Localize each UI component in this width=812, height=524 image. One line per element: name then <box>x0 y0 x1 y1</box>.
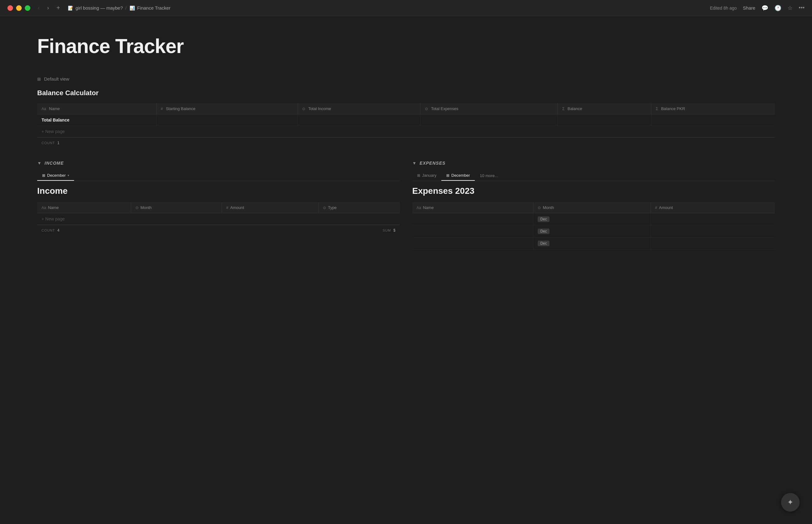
expense-row-2-amount <box>650 225 775 238</box>
titlebar-right: Edited 8h ago Share 💬 🕐 ☆ ••• <box>710 5 805 12</box>
income-footer: COUNT 4 SUM $ <box>37 225 400 236</box>
cell-starting-balance <box>156 114 298 126</box>
income-new-page-cell: + New page <box>37 213 400 225</box>
breadcrumb-current-item[interactable]: 📊 Finance Tracker <box>129 5 170 11</box>
col-starting-balance: # Starting Balance <box>156 103 298 114</box>
breadcrumb-parent-label: girl bossing — maybe? <box>75 5 123 11</box>
more-options-button[interactable]: ••• <box>799 5 805 11</box>
cell-balance-pkr <box>651 114 775 126</box>
balance-count-label: COUNT <box>41 141 55 145</box>
expense-row-1-name <box>412 213 534 225</box>
cell-total-income <box>298 114 421 126</box>
new-page-row[interactable]: + New page <box>37 126 775 137</box>
col-total-expenses: ⊙ Total Expenses <box>421 103 558 114</box>
balance-calculator-title: Balance Calculator <box>37 89 775 97</box>
total-expenses-col-icon: ⊙ <box>425 107 428 111</box>
back-button[interactable]: ‹ <box>35 3 42 12</box>
table-row[interactable]: Total Balance <box>37 114 775 126</box>
col-starting-balance-label: Starting Balance <box>166 107 195 111</box>
tab-chevron-december-income: ▾ <box>68 174 69 177</box>
minimize-button[interactable] <box>16 5 22 11</box>
view-label-text: Default view <box>44 76 69 82</box>
col-total-income-label: Total Income <box>308 107 331 111</box>
total-income-col-icon: ⊙ <box>302 107 305 111</box>
tab-january-expenses[interactable]: ⊞ January <box>412 170 441 181</box>
add-page-button[interactable]: + <box>54 3 63 13</box>
col-name: Aa Name <box>37 103 156 114</box>
tab-december-expenses[interactable]: ⊞ December <box>441 170 475 181</box>
share-button[interactable]: Share <box>743 5 755 11</box>
expenses-col-name: AaName <box>412 202 534 213</box>
main-content: Finance Tracker ⊞ Default view Balance C… <box>0 16 812 524</box>
income-col-amount: #Amount <box>222 202 319 213</box>
income-sum-value: $ <box>393 228 395 232</box>
col-name-label: Name <box>49 107 60 111</box>
income-col-month: ⊙Month <box>131 202 222 213</box>
col-balance-pkr-label: Balance PKR <box>661 107 685 111</box>
table-row[interactable]: Dec <box>412 225 775 238</box>
expense-row-2-name <box>412 225 534 238</box>
income-section: ▼ INCOME ⊞ December ▾ Income AaName <box>37 161 400 250</box>
expense-row-3-month: Dec <box>534 238 650 250</box>
income-tab-bar: ⊞ December ▾ <box>37 170 400 181</box>
expense-row-2-month: Dec <box>534 225 650 238</box>
table-row[interactable]: Dec <box>412 238 775 250</box>
tab-icon-january: ⊞ <box>417 173 420 178</box>
income-count-label: COUNT <box>41 229 55 232</box>
help-button[interactable]: ✦ <box>781 493 800 512</box>
breadcrumb-separator: / <box>125 5 126 11</box>
income-new-page-row[interactable]: + New page <box>37 213 400 225</box>
expense-row-1-amount <box>650 213 775 225</box>
balance-calculator-section: Balance Calculator Aa Name # Starting Ba… <box>37 89 775 148</box>
balance-pkr-col-icon: Σ <box>656 107 658 111</box>
expenses-section-header: ▼ EXPENSES <box>412 161 775 166</box>
expenses-table-title: Expenses 2023 <box>412 186 775 196</box>
expenses-section: ▼ EXPENSES ⊞ January ⊞ December 10 more.… <box>412 161 775 250</box>
income-section-header: ▼ INCOME <box>37 161 400 166</box>
expenses-col-month: ⊙Month <box>534 202 650 213</box>
income-table-title: Income <box>37 186 400 196</box>
expense-row-1-month: Dec <box>534 213 650 225</box>
income-col-type: ⊙Type <box>319 202 400 213</box>
balance-col-icon: Σ <box>562 107 564 111</box>
income-sum-row: SUM $ <box>383 228 395 232</box>
cell-name: Total Balance <box>37 114 156 126</box>
cell-balance <box>558 114 652 126</box>
view-icon: ⊞ <box>37 77 41 82</box>
expenses-collapse-arrow[interactable]: ▼ <box>412 161 417 166</box>
name-col-icon: Aa <box>41 107 46 111</box>
income-count-value: 4 <box>57 228 60 232</box>
tab-icon-december-expenses: ⊞ <box>446 173 450 178</box>
income-section-label: INCOME <box>45 161 64 166</box>
new-page-cell: + New page <box>37 126 775 137</box>
breadcrumb-current-label: Finance Tracker <box>137 5 170 11</box>
window-controls <box>7 5 30 11</box>
table-row[interactable]: Dec <box>412 213 775 225</box>
close-button[interactable] <box>7 5 13 11</box>
income-sum-label: SUM <box>383 229 391 232</box>
tab-label-december-expenses: December <box>451 173 470 178</box>
clock-button[interactable]: 🕐 <box>775 5 781 12</box>
edited-label: Edited 8h ago <box>710 5 737 11</box>
col-balance-pkr: Σ Balance PKR <box>651 103 775 114</box>
expenses-tab-bar: ⊞ January ⊞ December 10 more... <box>412 170 775 181</box>
star-button[interactable]: ☆ <box>788 5 793 12</box>
tab-december-income[interactable]: ⊞ December ▾ <box>37 170 74 181</box>
expense-row-3-name <box>412 238 534 250</box>
breadcrumb: 📝 girl bossing — maybe? / 📊 Finance Trac… <box>68 5 170 11</box>
balance-calculator-table: Aa Name # Starting Balance ⊙ Total Incom… <box>37 103 775 137</box>
col-balance: Σ Balance <box>558 103 652 114</box>
current-page-icon: 📊 <box>129 5 135 11</box>
col-total-income: ⊙ Total Income <box>298 103 421 114</box>
tab-label-december-income: December <box>47 173 66 178</box>
badge-dec-3: Dec <box>538 241 549 246</box>
more-tabs[interactable]: 10 more... <box>475 171 503 180</box>
cell-total-expenses <box>421 114 558 126</box>
maximize-button[interactable] <box>25 5 30 11</box>
comment-button[interactable]: 💬 <box>761 5 768 12</box>
forward-button[interactable]: › <box>45 3 51 12</box>
expenses-table: AaName ⊙Month #Amount Dec <box>412 202 775 250</box>
nav-controls: ‹ › + <box>35 3 63 13</box>
breadcrumb-parent-item[interactable]: 📝 girl bossing — maybe? <box>68 5 123 11</box>
income-collapse-arrow[interactable]: ▼ <box>37 161 41 166</box>
